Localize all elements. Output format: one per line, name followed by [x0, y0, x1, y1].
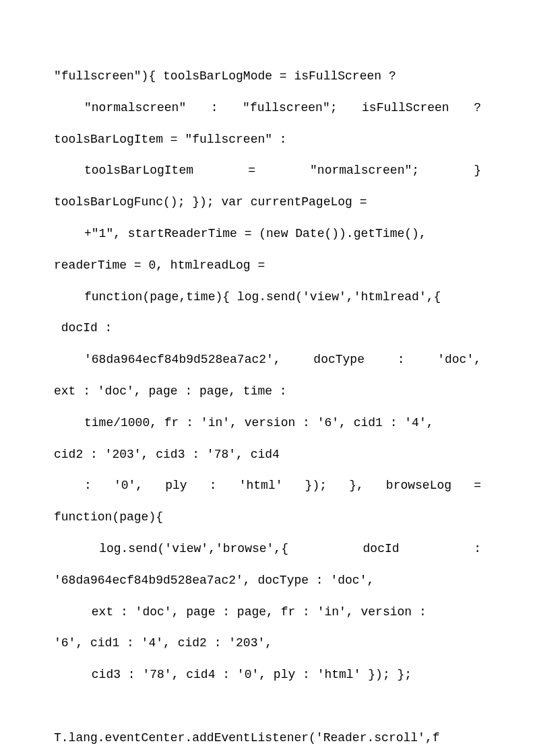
code-line: '68da964ecf84b9d528ea7ac2', docType : 'd…: [54, 344, 481, 376]
code-line: function(page){: [54, 502, 481, 533]
code-line: T.lang.eventCenter.addEventListener('Rea…: [54, 722, 481, 754]
code-line: +"1", startReaderTime = (new Date()).get…: [54, 218, 481, 250]
code-line: [54, 691, 481, 722]
code-line: cid2 : '203', cid3 : '78', cid4: [54, 439, 481, 471]
code-line: '68da964ecf84b9d528ea7ac2', docType : 'd…: [54, 565, 481, 596]
code-block: "fullscreen"){ toolsBarLogMode = isFullS…: [54, 61, 481, 754]
code-line: docId :: [54, 312, 481, 344]
code-line: '6', cid1 : '4', cid2 : '203',: [54, 627, 481, 659]
code-line: "normalscreen" : "fullscreen"; isFullScr…: [54, 92, 481, 124]
code-line: ext : 'doc', page : page, fr : 'in', ver…: [54, 596, 481, 628]
code-line: readerTime = 0, htmlreadLog =: [54, 250, 481, 281]
code-line: ext : 'doc', page : page, time :: [54, 376, 481, 407]
code-line: toolsBarLogItem = "normalscreen"; }: [54, 155, 481, 186]
code-line: "fullscreen"){ toolsBarLogMode = isFullS…: [54, 61, 481, 92]
code-line: toolsBarLogItem = "fullscreen" :: [54, 124, 481, 156]
code-line: log.send('view','browse',{ docId :: [54, 533, 481, 565]
code-line: cid3 : '78', cid4 : '0', ply : 'html' })…: [54, 659, 481, 691]
code-line: function(page,time){ log.send('view','ht…: [54, 281, 481, 313]
document-page: "fullscreen"){ toolsBarLogMode = isFullS…: [0, 0, 535, 756]
code-line: time/1000, fr : 'in', version : '6', cid…: [54, 407, 481, 439]
code-line: toolsBarLogFunc(); }); var currentPageLo…: [54, 186, 481, 218]
code-line: : '0', ply : 'html' }); }, browseLog =: [54, 470, 481, 502]
